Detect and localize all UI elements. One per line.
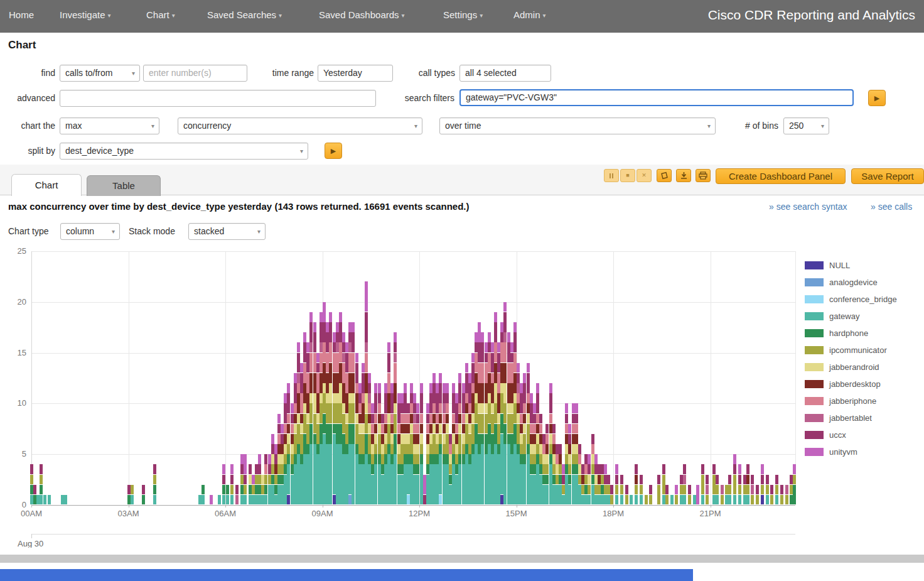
bar-segment-ipcommunicator[interactable] [394, 414, 397, 434]
bar-segment-unityvm[interactable] [733, 454, 736, 464]
bar-segment-jabberiphone[interactable] [374, 414, 377, 424]
bar-segment-uccx[interactable] [420, 393, 423, 413]
print-button[interactable] [696, 169, 711, 182]
bar-segment-uccx[interactable] [309, 322, 313, 342]
bar-segment-unityvm[interactable] [277, 414, 281, 424]
bar-segment-uccx[interactable] [539, 414, 542, 424]
bar-segment-jabbertablet[interactable] [235, 495, 239, 505]
bar-segment-jabberdesktop[interactable] [416, 434, 419, 444]
bar-segment-uccx[interactable] [230, 475, 234, 485]
bar-segment-uccx[interactable] [378, 393, 381, 403]
bar-segment-uccx[interactable] [688, 485, 691, 495]
bar-segment-jabbertablet[interactable] [785, 485, 788, 495]
bar-segment-unityvm[interactable] [210, 495, 213, 505]
bar-segment-hardphone[interactable] [416, 464, 419, 474]
bar-segment-gateway[interactable] [230, 495, 234, 505]
bar-segment-ipcommunicator[interactable] [657, 485, 660, 505]
bar-segment-jabbertablet[interactable] [706, 485, 709, 495]
bar-segment-unityvm[interactable] [594, 454, 598, 464]
bar-segment-jabberandroid[interactable] [416, 444, 419, 454]
bar-segment-jabberdesktop[interactable] [523, 414, 526, 424]
bar-segment-jabbertablet[interactable] [683, 475, 686, 485]
bar-segment-unityvm[interactable] [258, 454, 261, 464]
nav-item-saved-searches[interactable]: Saved Searches▾ [207, 9, 282, 20]
export-download-button[interactable] [676, 169, 691, 182]
bar-segment-ipcommunicator[interactable] [665, 495, 669, 505]
bar-segment-ipcommunicator[interactable] [775, 485, 778, 495]
bar-segment-ipcommunicator[interactable] [683, 485, 686, 495]
run-search-button[interactable]: ▶ [868, 90, 886, 106]
bar-segment-ipcommunicator[interactable] [416, 454, 419, 464]
bar-segment-ipcommunicator[interactable] [761, 485, 764, 495]
bar-segment-jabberdesktop[interactable] [394, 383, 397, 403]
bar-segment-unityvm[interactable] [374, 383, 377, 393]
bar-segment-uccx[interactable] [446, 393, 449, 403]
bar-segment-uccx[interactable] [615, 475, 618, 485]
bar-segment-jabberandroid[interactable] [523, 424, 526, 434]
bar-segment-jabberdesktop[interactable] [746, 475, 749, 485]
bar-segment-unityvm[interactable] [387, 342, 390, 352]
bar-segment-ipcommunicator[interactable] [675, 495, 678, 505]
bar-segment-gateway[interactable] [775, 495, 778, 505]
bar-segment-unityvm[interactable] [507, 332, 510, 342]
bar-segment-hardphone[interactable] [458, 454, 461, 464]
bar-segment-ipcommunicator[interactable] [352, 403, 355, 423]
bar-segment-jabberandroid[interactable] [394, 403, 397, 413]
bar-segment-unityvm[interactable] [696, 485, 699, 505]
bar-segment-jabberandroid[interactable] [568, 454, 571, 464]
time-range-picker[interactable]: Yesterday [318, 65, 393, 82]
bar-segment-jabberiphone[interactable] [446, 403, 449, 413]
bar-segment-gateway[interactable] [64, 495, 67, 505]
bar-segment-hardphone[interactable] [264, 485, 267, 495]
bar-segment-gateway[interactable] [352, 444, 355, 504]
bar-segment-uccx[interactable] [770, 485, 773, 495]
bar-segment-gateway[interactable] [153, 495, 156, 505]
bar-segment-uccx[interactable] [439, 383, 442, 403]
bar-segment-jabberandroid[interactable] [503, 383, 507, 403]
bar-segment-jabberandroid[interactable] [420, 434, 423, 444]
bar-segment-uccx[interactable] [33, 485, 36, 495]
bar-segment-jabberandroid[interactable] [481, 403, 484, 413]
chart-plot-area[interactable]: 051015202500AM03AM06AM09AM12PM15PM18PM21… [0, 246, 796, 548]
bar-segment-gateway[interactable] [615, 495, 618, 505]
bar-segment-uccx[interactable] [716, 475, 719, 485]
bar-segment-ipcommunicator[interactable] [733, 475, 736, 495]
bar-segment-gateway[interactable] [201, 495, 205, 505]
bar-segment-ipcommunicator[interactable] [439, 434, 442, 444]
bar-segment-unityvm[interactable] [517, 363, 520, 373]
bar-segment-jabberandroid[interactable] [309, 393, 313, 403]
bar-segment-ipcommunicator[interactable] [329, 403, 332, 423]
bar-segment-gateway[interactable] [746, 495, 749, 505]
bar-segment-unityvm[interactable] [588, 454, 591, 464]
bar-segment-uccx[interactable] [153, 464, 156, 474]
bar-segment-uccx[interactable] [640, 475, 643, 485]
bar-segment-uccx[interactable] [545, 424, 549, 434]
bar-segment-jabbertablet[interactable] [751, 485, 754, 495]
bar-segment-uccx[interactable] [258, 464, 261, 474]
bar-segment-gateway[interactable] [43, 495, 46, 505]
bar-segment-ipcommunicator[interactable] [780, 495, 783, 505]
open-in-search-button[interactable] [657, 169, 672, 182]
bar-segment-uccx[interactable] [222, 475, 225, 485]
bar-segment-hardphone[interactable] [142, 495, 145, 505]
bar-segment-uccx[interactable] [40, 464, 43, 474]
bar-segment-uccx[interactable] [329, 322, 332, 342]
bar-segment-gateway[interactable] [701, 495, 704, 505]
bar-segment-jabberiphone[interactable] [523, 403, 526, 413]
bar-segment-jabberandroid[interactable] [374, 434, 377, 444]
bar-segment-gateway[interactable] [458, 464, 461, 504]
bar-segment-jabberiphone[interactable] [549, 414, 552, 424]
bar-segment-conference_bridge[interactable] [439, 495, 442, 505]
bar-segment-uccx[interactable] [552, 424, 556, 434]
horizontal-scrollbar-track[interactable] [0, 555, 924, 563]
bar-segment-uccx[interactable] [591, 434, 594, 444]
cancel-button[interactable]: ✕ [637, 169, 652, 182]
stop-button[interactable]: ■ [620, 169, 635, 182]
bar-segment-gateway[interactable] [416, 475, 419, 505]
bar-segment-unityvm[interactable] [575, 403, 578, 413]
bar-segment-uccx[interactable] [568, 434, 571, 444]
bar-segment-jabberandroid[interactable] [352, 393, 355, 403]
bar-segment-unityvm[interactable] [568, 424, 571, 434]
bar-segment-ipcommunicator[interactable] [645, 495, 648, 505]
bar-segment-gateway[interactable] [131, 495, 134, 505]
